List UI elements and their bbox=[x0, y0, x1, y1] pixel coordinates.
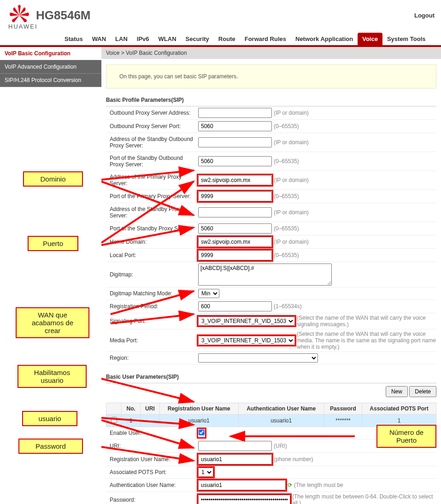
hint: (0–65535) bbox=[274, 252, 299, 258]
pots-port-select[interactable]: 1 bbox=[198, 468, 213, 477]
standby-outbound-port-input[interactable] bbox=[198, 156, 272, 166]
digitmap-mode-label: Digitmap Matching Mode: bbox=[106, 289, 198, 298]
callout-dominio: Dominio bbox=[23, 171, 83, 187]
home-domain-label: Home Domain: bbox=[106, 237, 198, 246]
outbound-addr-label: Outbound Proxy Server Address: bbox=[106, 108, 198, 117]
local-port-label: Local Port: bbox=[106, 251, 198, 260]
hint: (1–65534s) bbox=[274, 303, 302, 310]
signaling-port-select[interactable]: 3_VOIP_INTERNET_R_VID_1503 bbox=[198, 316, 295, 326]
home-domain-input[interactable] bbox=[198, 237, 272, 247]
primary-addr-label: Address of the Primary Proxy Server: bbox=[106, 172, 198, 188]
tab-voice[interactable]: Voice bbox=[358, 33, 382, 45]
digitmap-mode-select[interactable]: Min bbox=[198, 289, 219, 298]
tab-system-tools[interactable]: System Tools bbox=[382, 33, 430, 45]
tab-security[interactable]: Security bbox=[181, 33, 214, 45]
region-label: Region: bbox=[106, 353, 198, 363]
media-port-select[interactable]: 3_VOIP_INTERNET_R_VID_1503 bbox=[198, 336, 295, 345]
tab-forward-rules[interactable]: Forward Rules bbox=[240, 33, 291, 45]
primary-port-label: Port of the Primary Proxy Server: bbox=[106, 192, 198, 201]
password-input[interactable] bbox=[198, 495, 290, 504]
reg-username-label: Registration User Name: bbox=[106, 455, 198, 464]
standby-proxy-addr-input[interactable] bbox=[198, 207, 272, 217]
callout-puerto: Puerto bbox=[28, 236, 78, 251]
hint: (0–65535) bbox=[274, 123, 299, 129]
row-checkbox[interactable] bbox=[111, 417, 117, 423]
outbound-port-input[interactable] bbox=[198, 121, 272, 131]
standby-outbound-addr-input[interactable] bbox=[198, 137, 272, 147]
uri-label: URI: bbox=[106, 441, 198, 451]
tab-lan[interactable]: LAN bbox=[111, 33, 132, 45]
enable-user-label: Enable User: bbox=[106, 428, 198, 438]
primary-addr-input[interactable] bbox=[198, 175, 272, 185]
uri-input[interactable] bbox=[198, 441, 272, 451]
password-label: Password: bbox=[106, 495, 198, 504]
auth-username-input[interactable] bbox=[198, 480, 286, 490]
table-row[interactable]: 1 -- usuario1 usuario1 ******* 1 bbox=[106, 415, 436, 427]
callout-usuario: usuario bbox=[22, 411, 77, 426]
breadcrumb: Voice > VoIP Basic Configuration bbox=[101, 47, 441, 59]
tab-status[interactable]: Status bbox=[60, 33, 88, 45]
page-notice: On this page, you can set basic SIP para… bbox=[106, 64, 436, 88]
users-table: No.URIRegistration User NameAuthenticati… bbox=[106, 403, 436, 427]
callout-password: Password bbox=[18, 439, 83, 454]
standby-outbound-addr-label: Address of the Standby Outbound Proxy Se… bbox=[106, 135, 198, 150]
standby-outbound-port-label: Port of the Standby Outbound Proxy Serve… bbox=[106, 153, 198, 169]
hint: (IP or domain) bbox=[274, 177, 309, 183]
digitmap-textarea[interactable] bbox=[198, 264, 332, 286]
auth-username-label: Authentication User Name: bbox=[106, 481, 198, 490]
refresh-icon[interactable]: ⟳ bbox=[288, 482, 292, 488]
hint: (0–65535) bbox=[274, 158, 299, 164]
tab-network-application[interactable]: Network Application bbox=[291, 33, 358, 45]
callout-wan: WAN que acabamos de crear bbox=[16, 307, 89, 338]
reg-username-input[interactable] bbox=[198, 454, 272, 464]
hint: (0–65535) bbox=[274, 193, 299, 199]
col-header bbox=[106, 403, 122, 415]
sidebar-item-2[interactable]: SIP/H.248 Protocol Conversion bbox=[0, 74, 101, 87]
brand-label: HUAWEI bbox=[0, 23, 441, 30]
hint: (Select the name of the WAN that will ca… bbox=[297, 315, 436, 328]
col-header: No. bbox=[122, 403, 141, 415]
hint: (phone number) bbox=[274, 456, 313, 463]
delete-button[interactable]: Delete bbox=[409, 386, 436, 397]
hint: (0–65535) bbox=[274, 225, 299, 232]
user-section-title: Basic User Parameters(SIP) bbox=[106, 371, 436, 383]
hint: (Select the name of the WAN that will ca… bbox=[297, 331, 436, 350]
tab-wan[interactable]: WAN bbox=[88, 33, 111, 45]
hint: (The length must be between 0-64. Double… bbox=[292, 493, 436, 504]
model-title: HG8546M bbox=[36, 8, 414, 23]
primary-port-input[interactable] bbox=[198, 191, 272, 201]
new-button[interactable]: New bbox=[386, 386, 408, 397]
callout-habilitamos: Habilitamos usuario bbox=[18, 365, 87, 388]
col-header: Registration User Name bbox=[159, 403, 238, 415]
top-tabs: StatusWANLANIPv6WLANSecurityRouteForward… bbox=[0, 30, 441, 45]
logout-link[interactable]: Logout bbox=[414, 12, 435, 19]
pots-port-label: Associated POTS Port: bbox=[106, 468, 198, 477]
outbound-addr-input[interactable] bbox=[198, 108, 272, 118]
region-select[interactable] bbox=[198, 353, 318, 363]
tab-ipv6[interactable]: IPv6 bbox=[132, 33, 154, 45]
hint: (IP or domain) bbox=[274, 110, 309, 116]
standby-proxy-addr-label: Address of the Standby Proxy Server: bbox=[106, 205, 198, 220]
tab-route[interactable]: Route bbox=[214, 33, 240, 45]
tab-wlan[interactable]: WLAN bbox=[154, 33, 181, 45]
local-port-input[interactable] bbox=[198, 250, 272, 260]
profile-section-title: Basic Profile Parameters(SIP) bbox=[106, 94, 436, 106]
hint: (IP or domain) bbox=[274, 139, 309, 146]
enable-user-checkbox[interactable] bbox=[199, 429, 205, 435]
outbound-port-label: Outbound Proxy Server Port: bbox=[106, 122, 198, 131]
col-header: URI bbox=[140, 403, 159, 415]
reg-period-input[interactable] bbox=[198, 301, 272, 311]
col-header: Authentication User Name bbox=[238, 403, 324, 415]
col-header: Associated POTS Port bbox=[362, 403, 436, 415]
signaling-port-label: Signaling Port: bbox=[106, 316, 198, 326]
sidebar-item-0[interactable]: VoIP Basic Configuration bbox=[0, 47, 101, 60]
hint: (IP or domain) bbox=[274, 209, 309, 216]
hint: (URI) bbox=[274, 443, 287, 449]
col-header: Password bbox=[324, 403, 362, 415]
sidebar-item-1[interactable]: VoIP Advanced Configuration bbox=[0, 60, 101, 74]
sidebar: VoIP Basic ConfigurationVoIP Advanced Co… bbox=[0, 47, 101, 87]
main-panel: Voice > VoIP Basic Configuration On this… bbox=[101, 47, 441, 504]
media-port-label: Media Port: bbox=[106, 336, 198, 345]
standby-proxy-port-input[interactable] bbox=[198, 223, 272, 234]
hint: (The length must be bbox=[294, 482, 343, 488]
